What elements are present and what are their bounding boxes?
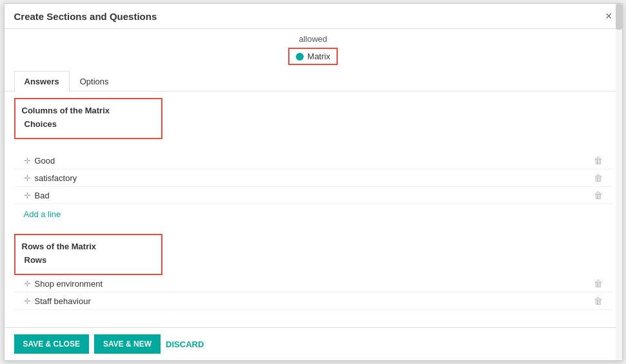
delete-satisfactory-button[interactable]: 🗑 [594, 173, 612, 183]
save-new-button[interactable]: SAVE & NEW [94, 334, 161, 354]
delete-shop-button[interactable]: 🗑 [594, 278, 612, 289]
choice-label-satisfactory: satisfactory [35, 173, 143, 183]
rows-title: Rows of the Matrix [22, 242, 155, 251]
dialog-footer: SAVE & CLOSE SAVE & NEW DISCARD [5, 327, 622, 360]
columns-matrix-box: Columns of the Matrix Choices [14, 98, 162, 139]
tab-content: Columns of the Matrix Choices ✛ Good 🗑 [5, 91, 622, 327]
row-item-2: ✛ Staff behaviour 🗑 [14, 292, 612, 310]
rows-matrix-box: Rows of the Matrix Rows [14, 234, 162, 275]
choice-row-1: ✛ Good 🗑 [14, 152, 612, 169]
tab-options[interactable]: Options [70, 71, 119, 91]
row-label-shop: Shop environment [35, 279, 143, 289]
columns-sub-title: Choices [22, 119, 155, 129]
matrix-label: Matrix [308, 52, 330, 61]
drag-handle-good[interactable]: ✛ [24, 156, 31, 166]
add-choice-link[interactable]: Add a line [14, 204, 612, 224]
choice-row-3: ✛ Bad 🗑 [14, 187, 612, 204]
row-item-1: ✛ Shop environment 🗑 [14, 275, 612, 292]
delete-bad-button[interactable]: 🗑 [594, 190, 612, 200]
row-label-staff: Staff behaviour [35, 296, 143, 306]
dialog: Create Sections and Questions × allowed … [4, 3, 623, 361]
columns-title: Columns of the Matrix [22, 106, 155, 115]
discard-button[interactable]: DISCARD [166, 340, 204, 349]
drag-handle-shop[interactable]: ✛ [24, 279, 31, 289]
columns-section: Columns of the Matrix Choices ✛ Good 🗑 [14, 98, 612, 224]
dialog-header: Create Sections and Questions × [5, 4, 622, 29]
rows-section: Rows of the Matrix Rows ✛ Shop environme… [14, 234, 612, 310]
top-section: allowed Matrix [5, 29, 622, 70]
drag-handle-staff[interactable]: ✛ [24, 296, 31, 306]
matrix-radio-container[interactable]: Matrix [288, 48, 338, 65]
drag-handle-satisfactory[interactable]: ✛ [24, 173, 31, 183]
close-button[interactable]: × [605, 10, 612, 22]
dialog-body: allowed Matrix Answers Options Columns o… [5, 29, 622, 327]
tab-answers[interactable]: Answers [14, 71, 70, 91]
delete-staff-button[interactable]: 🗑 [594, 296, 612, 306]
save-close-button[interactable]: SAVE & CLOSE [14, 334, 89, 354]
choices-list: ✛ Good 🗑 ✛ satisfactory 🗑 [14, 152, 612, 204]
choice-row-2: ✛ satisfactory 🗑 [14, 169, 612, 187]
dialog-title: Create Sections and Questions [14, 11, 157, 22]
rows-sub-title: Rows [22, 255, 155, 265]
choice-label-bad: Bad [35, 191, 143, 200]
delete-good-button[interactable]: 🗑 [594, 155, 612, 166]
scrollbar-track [616, 29, 622, 327]
rows-list: ✛ Shop environment 🗑 ✛ Staff behaviour 🗑 [14, 275, 612, 310]
drag-handle-bad[interactable]: ✛ [24, 191, 31, 200]
choice-label-good: Good [35, 156, 143, 166]
scrollbar-thumb[interactable] [616, 29, 622, 30]
tabs-bar: Answers Options [5, 70, 622, 91]
radio-dot [296, 53, 304, 61]
allowed-label: allowed [298, 34, 327, 44]
